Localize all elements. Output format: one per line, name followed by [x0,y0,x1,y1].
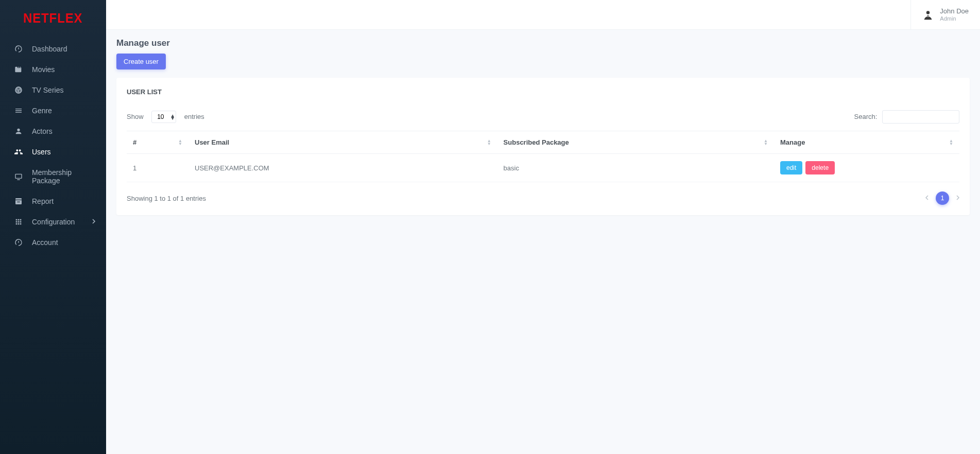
cell-index: 1 [127,154,188,182]
sidebar-item-label: Membership Package [32,168,96,185]
user-list-card: USER LIST Show 10 ▲▼ entries Search: [116,78,970,215]
svg-point-2 [16,89,18,90]
svg-point-1 [18,90,20,91]
sidebar-item-label: TV Series [32,86,63,94]
sidebar-item-label: Dashboard [32,45,67,53]
movies-icon [14,65,23,74]
page-title: Manage user [116,38,970,48]
sidebar-item-membership[interactable]: Membership Package [0,162,106,191]
sidebar-menu: Dashboard Movies TV Series Genre Actors [0,36,106,225]
cell-email: USER@EXAMPLE.COM [188,154,497,182]
users-icon [14,148,23,156]
datatable-controls: Show 10 ▲▼ entries Search: [127,110,959,124]
column-manage[interactable]: Manage ▲▼ [774,131,959,154]
sort-icon: ▲▼ [178,139,182,146]
sort-icon: ▲▼ [764,139,768,146]
column-index[interactable]: # ▲▼ [127,131,188,154]
svg-point-4 [18,91,19,92]
user-role: Admin [940,15,969,22]
topbar: John Doe Admin [106,0,980,30]
delete-button[interactable]: delete [805,161,835,174]
card-title: USER LIST [127,88,959,96]
table-row: 1 USER@EXAMPLE.COM basic edit delete [127,154,959,182]
user-menu[interactable]: John Doe Admin [910,0,980,29]
svg-point-3 [20,89,21,90]
edit-button[interactable]: edit [780,161,802,174]
pagination: 1 [925,191,959,205]
sidebar-item-actors[interactable]: Actors [0,121,106,142]
report-icon [14,197,23,205]
actors-icon [14,127,23,135]
column-email[interactable]: User Email ▲▼ [188,131,497,154]
sidebar-item-configuration[interactable]: Configuration [0,212,106,225]
user-name: John Doe [940,8,969,15]
membership-icon [14,172,23,181]
sidebar-item-label: Configuration [32,218,75,225]
sidebar-item-label: Report [32,197,54,205]
search-control: Search: [854,110,959,124]
sidebar: NETFLEX Dashboard Movies TV Series Genre [0,0,106,225]
sort-icon: ▲▼ [487,139,491,146]
sidebar-item-tvseries[interactable]: TV Series [0,80,106,100]
length-control: Show 10 ▲▼ entries [127,111,204,123]
sidebar-item-users[interactable]: Users [0,142,106,162]
column-package[interactable]: Subscribed Package ▲▼ [497,131,774,154]
sidebar-item-report[interactable]: Report [0,191,106,212]
brand-text: NETFLEX [23,10,82,26]
sidebar-item-label: Movies [32,65,55,74]
datatable-footer: Showing 1 to 1 of 1 entries 1 [127,191,959,205]
search-input[interactable] [882,110,959,124]
sidebar-item-label: Actors [32,127,53,135]
main-content: Manage user Create user USER LIST Show 1… [106,0,980,215]
page-next[interactable] [956,195,959,202]
brand-logo[interactable]: NETFLEX [0,0,106,36]
datatable-info: Showing 1 to 1 of 1 entries [127,195,206,202]
page-prev[interactable] [925,195,929,202]
search-label: Search: [854,113,878,120]
sort-icon: ▲▼ [949,139,953,146]
sidebar-item-movies[interactable]: Movies [0,59,106,80]
svg-point-5 [926,11,930,14]
sidebar-item-genre[interactable]: Genre [0,100,106,121]
genre-icon [14,107,23,115]
length-prefix: Show [127,113,144,120]
avatar-icon [922,9,934,21]
sidebar-item-label: Genre [32,107,52,115]
configuration-icon [14,218,23,225]
tvseries-icon [14,86,23,94]
chevron-right-icon [92,219,96,225]
sidebar-item-label: Users [32,148,51,156]
page-number[interactable]: 1 [936,191,949,205]
create-user-button[interactable]: Create user [116,54,166,69]
cell-package: basic [497,154,774,182]
length-suffix: entries [184,113,204,120]
sidebar-item-dashboard[interactable]: Dashboard [0,39,106,59]
user-table: # ▲▼ User Email ▲▼ Subscribed Package ▲▼… [127,131,959,182]
user-meta: John Doe Admin [940,8,969,22]
cell-manage: edit delete [774,154,959,182]
length-select[interactable]: 10 [151,111,176,123]
dashboard-icon [14,45,23,53]
page-header: Manage user Create user [106,30,980,78]
